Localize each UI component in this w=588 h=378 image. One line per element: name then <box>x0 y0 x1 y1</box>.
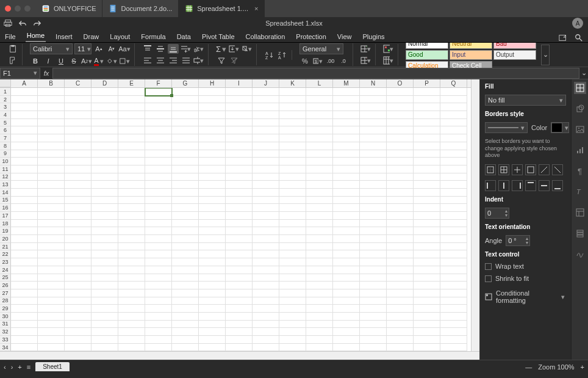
cell[interactable] <box>387 289 414 297</box>
cell[interactable] <box>360 297 387 305</box>
cell[interactable] <box>360 204 387 212</box>
cell[interactable] <box>279 344 306 351</box>
angle-spinner[interactable]: 0 °▴▾ <box>506 235 530 246</box>
cell[interactable] <box>91 119 118 127</box>
cell[interactable] <box>306 266 333 274</box>
row-header[interactable]: 34 <box>0 344 11 351</box>
cell[interactable] <box>414 227 440 235</box>
cell[interactable] <box>279 282 306 289</box>
row-header[interactable]: 26 <box>0 282 11 289</box>
cell[interactable] <box>226 204 253 212</box>
cell[interactable] <box>172 289 199 297</box>
paste-icon[interactable] <box>7 44 18 54</box>
row-header[interactable]: 28 <box>0 297 11 305</box>
cell[interactable] <box>333 328 360 336</box>
cell[interactable] <box>118 243 145 251</box>
cell[interactable] <box>118 220 145 228</box>
cell[interactable] <box>38 158 65 165</box>
cell[interactable] <box>387 250 414 258</box>
cell[interactable] <box>360 250 387 258</box>
row-header[interactable]: 16 <box>0 204 11 212</box>
cell[interactable] <box>226 235 253 243</box>
cell[interactable] <box>414 266 440 274</box>
cell[interactable] <box>306 189 333 197</box>
cell[interactable] <box>172 158 199 165</box>
border-all-icon[interactable] <box>498 164 509 175</box>
cell[interactable] <box>226 258 253 266</box>
cell[interactable] <box>387 88 414 96</box>
cell[interactable] <box>360 266 387 274</box>
cell[interactable] <box>65 197 91 205</box>
cell[interactable] <box>11 328 38 336</box>
cell[interactable] <box>91 220 118 228</box>
row-header[interactable]: 27 <box>0 289 11 297</box>
cell[interactable] <box>65 344 91 351</box>
cell[interactable] <box>172 305 199 313</box>
cell[interactable] <box>333 96 360 104</box>
cell[interactable] <box>199 336 226 344</box>
cell[interactable] <box>306 243 333 251</box>
cell-style-input[interactable]: Input <box>450 50 492 60</box>
cell[interactable] <box>279 212 306 220</box>
cell[interactable] <box>333 189 360 197</box>
cell[interactable] <box>279 328 306 336</box>
cell[interactable] <box>306 336 333 344</box>
cell[interactable] <box>11 88 38 96</box>
cell[interactable] <box>279 142 306 150</box>
slicer-settings-icon[interactable] <box>574 227 586 239</box>
cell[interactable] <box>145 204 172 212</box>
cell[interactable] <box>145 313 172 321</box>
cell[interactable] <box>199 321 226 329</box>
cell[interactable] <box>11 227 38 235</box>
cell[interactable] <box>414 297 440 305</box>
cell[interactable] <box>11 235 38 243</box>
cell[interactable] <box>65 150 91 158</box>
cell[interactable] <box>387 119 414 127</box>
cell[interactable] <box>38 282 65 289</box>
cell[interactable] <box>440 103 467 111</box>
cell[interactable] <box>11 212 38 220</box>
sort-desc-icon[interactable]: ZA <box>277 50 288 60</box>
cell[interactable] <box>11 297 38 305</box>
row-header[interactable]: 19 <box>0 227 11 235</box>
search-icon[interactable] <box>575 34 583 42</box>
cell[interactable] <box>38 243 65 251</box>
cell[interactable] <box>38 227 65 235</box>
cell[interactable] <box>172 142 199 150</box>
cell[interactable] <box>118 189 145 197</box>
cell[interactable] <box>253 119 279 127</box>
sheet-list-icon[interactable]: ≡ <box>27 363 30 371</box>
cell[interactable] <box>145 165 172 173</box>
accounting-icon[interactable]: $▾ <box>312 56 323 66</box>
row-header[interactable]: 18 <box>0 220 11 228</box>
row-header[interactable]: 33 <box>0 336 11 344</box>
cell[interactable] <box>360 119 387 127</box>
cell[interactable] <box>11 274 38 282</box>
row-header[interactable]: 20 <box>0 235 11 243</box>
cell[interactable] <box>279 88 306 96</box>
cell[interactable] <box>65 126 91 134</box>
cell[interactable] <box>360 313 387 321</box>
cell[interactable] <box>306 126 333 134</box>
cell[interactable] <box>333 235 360 243</box>
cell[interactable] <box>11 119 38 127</box>
cell[interactable] <box>91 158 118 165</box>
cell[interactable] <box>279 189 306 197</box>
row-header[interactable]: 9 <box>0 150 11 158</box>
cell[interactable] <box>118 158 145 165</box>
cell[interactable] <box>65 173 91 181</box>
cell[interactable] <box>38 220 65 228</box>
cell[interactable] <box>91 212 118 220</box>
copy-format-icon[interactable] <box>7 56 18 65</box>
cell[interactable] <box>226 173 253 181</box>
cell[interactable] <box>226 96 253 104</box>
sort-asc-icon[interactable]: AZ <box>264 50 275 60</box>
cell[interactable] <box>387 336 414 344</box>
cell[interactable] <box>440 282 467 289</box>
cell[interactable] <box>91 126 118 134</box>
cell-style-good[interactable]: Good <box>406 50 448 60</box>
row-header[interactable]: 31 <box>0 321 11 329</box>
row-header[interactable]: 10 <box>0 158 11 165</box>
cell[interactable] <box>11 181 38 189</box>
cell[interactable] <box>414 181 440 189</box>
